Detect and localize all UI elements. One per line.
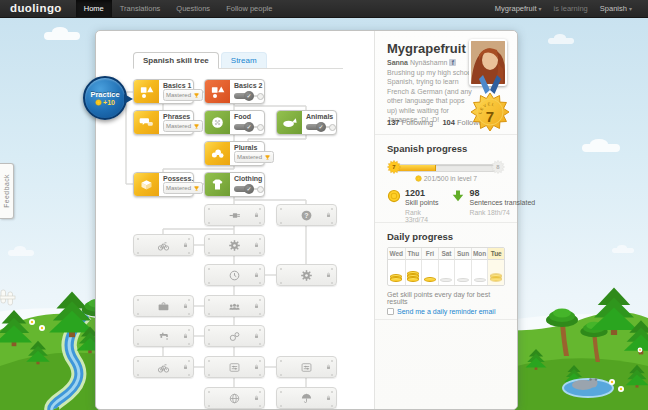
skill-locked-sliders-2 (276, 356, 337, 378)
cloud (548, 38, 574, 44)
day-coins-wed (388, 260, 405, 285)
empty-day-icon (440, 278, 452, 282)
skill-progress-slider: ✓ (234, 184, 264, 194)
people-icon (228, 300, 241, 313)
level-badge-current: 7 (387, 160, 401, 174)
skill-plurals[interactable]: PluralsMastered (204, 141, 265, 166)
day-coins-mon (471, 260, 488, 285)
daily-table-header: WedThuFriSatSunMonTue (388, 248, 504, 260)
cloud (44, 32, 80, 40)
progress-fill (396, 165, 436, 171)
nav-item-follow-people[interactable]: Follow people (218, 0, 280, 17)
daily-reminder[interactable]: Send me a daily reminder email (387, 308, 505, 315)
globe-icon (228, 392, 241, 405)
day-coins-sun (454, 260, 471, 285)
tab-stream[interactable]: Stream (221, 52, 267, 68)
plug-icon (228, 209, 241, 222)
skill-label: Phrases (163, 113, 190, 120)
skill-label: Basics 1 (163, 82, 190, 89)
nav-item-translations[interactable]: Translations (112, 0, 169, 17)
following-count[interactable]: 137 (387, 118, 400, 127)
feedback-tab[interactable]: Feedback (0, 163, 14, 219)
skill-basics-2[interactable]: Basics 2✓ (204, 79, 265, 104)
coin-icon (387, 189, 401, 203)
trophy-icon (193, 123, 200, 130)
sliders-icon (300, 361, 313, 374)
day-header-wed: Wed (388, 248, 405, 260)
reminder-label[interactable]: Send me a daily reminder email (397, 308, 495, 315)
shapes-icon (139, 84, 154, 99)
skill-phrases[interactable]: PhrasesMastered (133, 110, 194, 135)
coin-stack-icon (424, 277, 436, 282)
empty-day-icon (457, 278, 469, 282)
app-logo[interactable]: duolingo (0, 0, 76, 17)
skill-locked-briefcase (133, 295, 194, 317)
mastered-badge: Mastered (163, 120, 203, 132)
skill-locked-bubbles (204, 325, 265, 347)
lock-icon (182, 333, 189, 340)
skill-locked-plug (204, 204, 265, 226)
trophy-icon (193, 92, 200, 99)
coin-stack-icon (390, 277, 402, 282)
reminder-checkbox[interactable] (387, 308, 394, 315)
skill-animals[interactable]: Animals✓ (276, 110, 337, 135)
language-progress-section: Spanish progress 7 8 201/500 in level 7 … (375, 135, 517, 223)
skill-clothing[interactable]: Clothing✓ (204, 172, 265, 197)
daily-progress-section: Daily progress WedThuFriSatSunMonTue Get… (375, 223, 517, 320)
lock-icon (253, 303, 260, 310)
skill-food[interactable]: Food✓ (204, 110, 265, 135)
mastered-badge: Mastered (163, 89, 203, 101)
skill-locked-people (204, 295, 265, 317)
tab-spanish-skill-tree[interactable]: Spanish skill tree (133, 52, 219, 69)
mastered-badge: Mastered (163, 182, 203, 194)
day-coins-tue (487, 260, 504, 285)
level-badge-next: 8 (491, 160, 505, 174)
daily-table: WedThuFriSatSunMonTue (387, 247, 505, 286)
nav-item-questions[interactable]: Questions (168, 0, 218, 17)
lock-icon (253, 395, 260, 402)
skill-possessives[interactable]: Possess.Mastered (133, 172, 194, 197)
skill-locked-gear-2 (276, 264, 337, 286)
stat-skill-points: 1201Skill pointsRank 33rd/74 (387, 189, 438, 223)
skill-locked-bicycle-2 (133, 356, 194, 378)
daily-title: Daily progress (387, 231, 505, 242)
day-header-sun: Sun (454, 248, 471, 260)
skill-label: Possess. (163, 175, 190, 182)
level-number: 7 (486, 108, 494, 125)
day-coins-sat (438, 260, 455, 285)
practice-label: Practice (90, 90, 119, 99)
day-header-thu: Thu (405, 248, 422, 260)
coin-icon (95, 99, 102, 106)
chevron-down-icon: ▾ (539, 6, 542, 12)
followers-count[interactable]: 104 (442, 118, 455, 127)
practice-pointer (124, 94, 133, 104)
day-coins-thu (405, 260, 422, 285)
facebook-icon[interactable]: f (449, 59, 456, 66)
pond-with-hippo (563, 378, 613, 397)
coin-icon (415, 175, 422, 182)
profile-bio: Brushing up my high school Spanish, tryi… (387, 68, 475, 125)
lock-icon (325, 272, 332, 279)
skill-basics-1[interactable]: Basics 1Mastered (133, 79, 194, 104)
green-arrow-icon (451, 189, 465, 203)
skill-locked-globe (204, 387, 265, 409)
tree-tabs: Spanish skill tree Stream (133, 49, 343, 69)
skill-locked-sliders (204, 356, 265, 378)
nav-items: HomeTranslationsQuestionsFollow people (76, 0, 281, 17)
umbrella-icon (300, 392, 313, 405)
feedback-label: Feedback (3, 174, 10, 208)
language-menu[interactable]: Spanish ▾ (592, 0, 640, 18)
lock-icon (253, 242, 260, 249)
nav-item-home[interactable]: Home (76, 0, 112, 17)
shirt-icon (210, 177, 225, 192)
user-menu[interactable]: Mygrapefruit ▾ (487, 0, 550, 18)
coin-stack-icon (407, 277, 419, 282)
lock-icon (253, 212, 260, 219)
skill-label: Plurals (234, 144, 261, 151)
bicycle-icon (157, 239, 170, 252)
profile-location: Nynäshamn (410, 59, 447, 66)
progress-title: Spanish progress (387, 143, 505, 154)
practice-button[interactable]: Practice +10 (83, 76, 127, 120)
gear-icon (300, 269, 313, 282)
skill-locked-question: ? (276, 204, 337, 226)
